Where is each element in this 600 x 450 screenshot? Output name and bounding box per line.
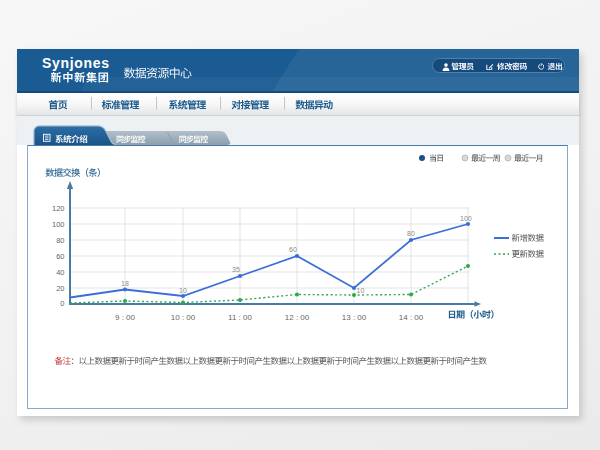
svg-text:13 : 00: 13 : 00 [342, 313, 367, 322]
svg-text:80: 80 [56, 236, 64, 245]
svg-text:20: 20 [56, 284, 64, 293]
svg-text:60: 60 [289, 246, 297, 253]
svg-text:14 : 00: 14 : 00 [399, 313, 424, 322]
svg-text:80: 80 [407, 230, 415, 237]
svg-text:35: 35 [232, 266, 240, 273]
svg-text:60: 60 [56, 252, 64, 261]
svg-text:10: 10 [179, 287, 187, 294]
svg-text:100: 100 [52, 220, 65, 229]
svg-text:10: 10 [357, 287, 365, 294]
svg-text:9 : 00: 9 : 00 [115, 313, 136, 322]
svg-text:11 : 00: 11 : 00 [228, 313, 252, 322]
svg-text:12 : 00: 12 : 00 [285, 313, 310, 322]
svg-text:0: 0 [60, 299, 64, 308]
svg-text:18: 18 [121, 280, 129, 287]
svg-text:40: 40 [56, 268, 64, 277]
svg-text:120: 120 [52, 204, 65, 213]
svg-text:100: 100 [460, 215, 472, 222]
svg-text:10 : 00: 10 : 00 [171, 313, 196, 322]
